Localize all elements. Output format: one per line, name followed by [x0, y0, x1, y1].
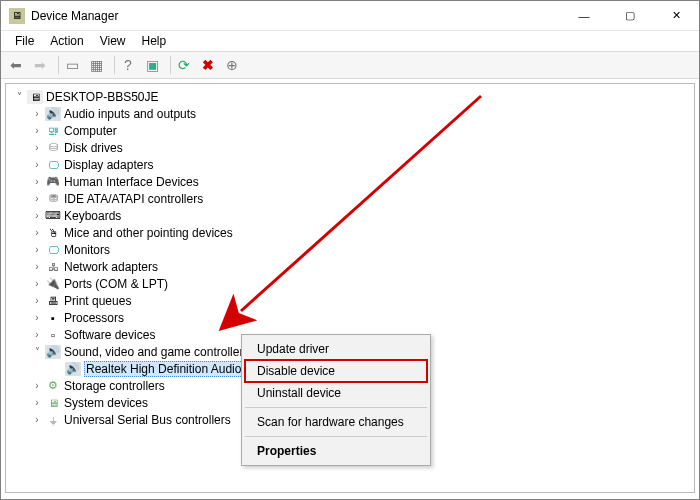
software-icon: ▫	[45, 328, 61, 342]
monitor-icon: 🖵	[45, 243, 61, 257]
system-icon: 🖥	[45, 396, 61, 410]
audio-device-icon: 🔊	[65, 362, 81, 376]
window-title: Device Manager	[31, 9, 561, 23]
properties-button[interactable]: ▣	[141, 54, 163, 76]
disk-icon: ⛁	[45, 141, 61, 155]
display-icon: 🖵	[45, 158, 61, 172]
tree-category[interactable]: ›🖵Display adapters	[10, 156, 690, 173]
port-icon: 🔌	[45, 277, 61, 291]
toolbar: ⬅ ➡ ▭ ▦ ? ▣ ⟳ ✖ ⊕	[1, 51, 699, 79]
mouse-icon: 🖱	[45, 226, 61, 240]
storage-icon: ⚙	[45, 379, 61, 393]
tree-category[interactable]: ›🖳Computer	[10, 122, 690, 139]
tree-category[interactable]: ›🖶Print queues	[10, 292, 690, 309]
maximize-button[interactable]: ▢	[607, 1, 653, 31]
menu-separator	[245, 436, 427, 437]
speaker-icon: 🔊	[45, 107, 61, 121]
update-button[interactable]: ⊕	[221, 54, 243, 76]
minimize-button[interactable]: —	[561, 1, 607, 31]
computer-icon: 🖥	[27, 90, 43, 104]
separator-icon	[53, 56, 59, 74]
back-button[interactable]: ⬅	[5, 54, 27, 76]
menu-view[interactable]: View	[92, 32, 134, 50]
network-icon: 🖧	[45, 260, 61, 274]
tree-category[interactable]: ›🔊Audio inputs and outputs	[10, 105, 690, 122]
tree-category[interactable]: ›🎮Human Interface Devices	[10, 173, 690, 190]
menu-action[interactable]: Action	[42, 32, 91, 50]
usb-icon: ⏚	[45, 413, 61, 427]
forward-button[interactable]: ➡	[29, 54, 51, 76]
tree-category[interactable]: ›⛃IDE ATA/ATAPI controllers	[10, 190, 690, 207]
menu-update-driver[interactable]: Update driver	[245, 338, 427, 360]
tree-category[interactable]: ›🖵Monitors	[10, 241, 690, 258]
keyboard-icon: ⌨	[45, 209, 61, 223]
menu-bar: File Action View Help	[1, 31, 699, 51]
hid-icon: 🎮	[45, 175, 61, 189]
ide-icon: ⛃	[45, 192, 61, 206]
separator-icon	[109, 56, 115, 74]
computer-icon: 🖳	[45, 124, 61, 138]
scan-button[interactable]: ⟳	[173, 54, 195, 76]
tree-category[interactable]: ›▪Processors	[10, 309, 690, 326]
tree-category[interactable]: ›⛁Disk drives	[10, 139, 690, 156]
tree-root[interactable]: ˅🖥DESKTOP-BBS50JE	[10, 88, 690, 105]
show-hidden-button[interactable]: ▭	[61, 54, 83, 76]
menu-uninstall-device[interactable]: Uninstall device	[245, 382, 427, 404]
printer-icon: 🖶	[45, 294, 61, 308]
tree-category[interactable]: ›🖱Mice and other pointing devices	[10, 224, 690, 241]
menu-properties[interactable]: Properties	[245, 440, 427, 462]
delete-button[interactable]: ✖	[197, 54, 219, 76]
cpu-icon: ▪	[45, 311, 61, 325]
help-button[interactable]: ?	[117, 54, 139, 76]
menu-scan-hardware[interactable]: Scan for hardware changes	[245, 411, 427, 433]
menu-file[interactable]: File	[7, 32, 42, 50]
app-icon: 🖥	[9, 8, 25, 24]
separator-icon	[165, 56, 171, 74]
menu-separator	[245, 407, 427, 408]
menu-help[interactable]: Help	[134, 32, 175, 50]
view-button[interactable]: ▦	[85, 54, 107, 76]
tree-category[interactable]: ›🖧Network adapters	[10, 258, 690, 275]
close-button[interactable]: ✕	[653, 1, 699, 31]
sound-icon: 🔊	[45, 345, 61, 359]
tree-category[interactable]: ›⌨Keyboards	[10, 207, 690, 224]
context-menu: Update driver Disable device Uninstall d…	[241, 334, 431, 466]
tree-category[interactable]: ›🔌Ports (COM & LPT)	[10, 275, 690, 292]
menu-disable-device[interactable]: Disable device	[245, 360, 427, 382]
